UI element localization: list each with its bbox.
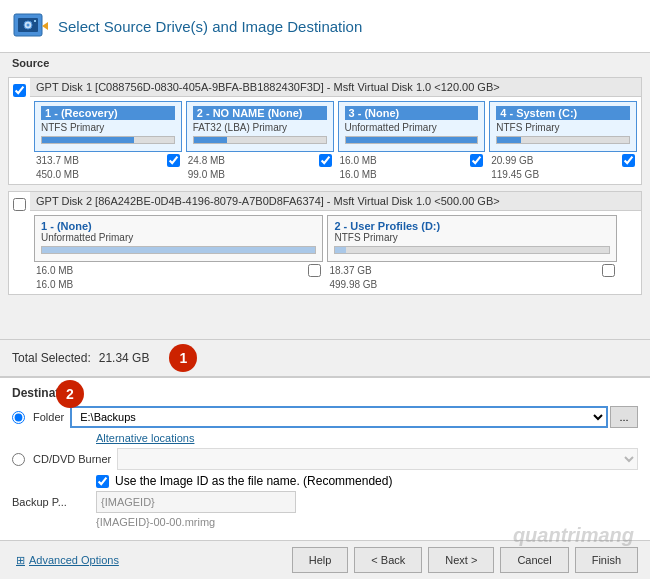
- disk1-part2-sizes: 24.8 MB: [186, 154, 334, 167]
- disk1-part2-name: 2 - NO NAME (None): [193, 106, 327, 120]
- back-button[interactable]: < Back: [354, 547, 422, 573]
- disk2-part1-sizes: 16.0 MB: [34, 264, 323, 277]
- disk1-part4-type: NTFS Primary: [496, 122, 630, 133]
- disk1-part1-sizes: 313.7 MB: [34, 154, 182, 167]
- cddvd-radio[interactable]: [12, 453, 25, 466]
- disk-image-icon: [12, 8, 48, 44]
- disk2-checkbox[interactable]: [13, 198, 26, 211]
- cancel-button[interactable]: Cancel: [500, 547, 568, 573]
- use-imageid-row: Use the Image ID as the file name. (Reco…: [96, 474, 638, 488]
- disk1-part4-sizes: 20.99 GB: [489, 154, 637, 167]
- backup-prefix-label: Backup P...: [12, 496, 90, 508]
- disk2-part1-type: Unformatted Primary: [41, 232, 316, 243]
- svg-marker-5: [42, 22, 48, 30]
- disk1-part3-sizes: 16.0 MB: [338, 154, 486, 167]
- next-button[interactable]: Next >: [428, 547, 494, 573]
- disk1-part1-total: 450.0 MB: [34, 169, 182, 180]
- disk1-part3-total: 16.0 MB: [338, 169, 486, 180]
- disk1-part2-checkbox[interactable]: [319, 154, 332, 167]
- imageid-template-label: {IMAGEID}-00-00.mrimg: [96, 516, 638, 528]
- folder-row: Folder E:\Backups ...: [12, 406, 638, 428]
- alt-locations-link[interactable]: Alternative locations: [96, 432, 638, 444]
- disk1-part2-total: 99.0 MB: [186, 169, 334, 180]
- disk1-part3-name: 3 - (None): [345, 106, 479, 120]
- disk1-partition3: 3 - (None) Unformatted Primary: [338, 101, 486, 152]
- disk1-part1-checkbox[interactable]: [167, 154, 180, 167]
- disk2-part1-checkbox[interactable]: [308, 264, 321, 277]
- browse-button[interactable]: ...: [610, 406, 638, 428]
- disk2-part2-checkbox[interactable]: [602, 264, 615, 277]
- badge-1: 1: [169, 344, 197, 372]
- cddvd-dropdown: [117, 448, 638, 470]
- header-bar: Select Source Drive(s) and Image Destina…: [0, 0, 650, 53]
- sliders-icon: ⊞: [16, 554, 25, 567]
- disk1-checkbox-col: [9, 78, 30, 106]
- disk2-group: GPT Disk 2 [86A242BE-0D4B-4196-8079-A7B0…: [8, 191, 642, 295]
- advanced-options-button[interactable]: ⊞ Advanced Options: [12, 552, 123, 569]
- bottom-right: Help < Back Next > Cancel Finish: [292, 547, 638, 573]
- disk2-part2-total: 499.98 GB: [327, 279, 616, 290]
- advanced-options-label: Advanced Options: [29, 554, 119, 566]
- bottom-bar: ⊞ Advanced Options Help < Back Next > Ca…: [0, 540, 650, 579]
- disk1-partition1: 1 - (Recovery) NTFS Primary: [34, 101, 182, 152]
- disk2-part1-progress: [41, 246, 316, 254]
- disk2-checkbox-col: [9, 192, 30, 220]
- disk1-part2-type: FAT32 (LBA) Primary: [193, 122, 327, 133]
- cddvd-label: CD/DVD Burner: [33, 453, 111, 465]
- folder-radio[interactable]: [12, 411, 25, 424]
- disk1-group: GPT Disk 1 [C088756D-0830-405A-9BFA-BB18…: [8, 77, 642, 185]
- bottom-left: ⊞ Advanced Options: [12, 552, 123, 569]
- backup-prefix-row: Backup P...: [12, 491, 638, 513]
- disk1-partition4: 4 - System (C:) NTFS Primary: [489, 101, 637, 152]
- destination-section: Destination Folder E:\Backups ... 2 Alte…: [0, 376, 650, 540]
- finish-button[interactable]: Finish: [575, 547, 638, 573]
- folder-label: Folder: [33, 411, 64, 423]
- disk1-part4-progress: [496, 136, 630, 144]
- disk2-part2-progress: [334, 246, 609, 254]
- source-scroll-area[interactable]: GPT Disk 1 [C088756D-0830-405A-9BFA-BB18…: [0, 71, 650, 339]
- disk2-partition1: 1 - (None) Unformatted Primary: [34, 215, 323, 262]
- disk1-part1-name: 1 - (Recovery): [41, 106, 175, 120]
- disk1-part3-progress: [345, 136, 479, 144]
- backup-prefix-input[interactable]: [96, 491, 296, 513]
- total-selected-bar: Total Selected: 21.34 GB 1: [0, 339, 650, 376]
- svg-point-3: [27, 24, 30, 27]
- disk1-part1-type: NTFS Primary: [41, 122, 175, 133]
- cddvd-row: CD/DVD Burner: [12, 448, 638, 470]
- disk2-partition2: 2 - User Profiles (D:) NTFS Primary: [327, 215, 616, 262]
- disk1-part4-name: 4 - System (C:): [496, 106, 630, 120]
- destination-title: Destination: [12, 386, 638, 400]
- disk1-part4-checkbox[interactable]: [622, 154, 635, 167]
- source-section-label: Source: [0, 53, 650, 71]
- disk1-part2-progress: [193, 136, 327, 144]
- disk1-checkbox[interactable]: [13, 84, 26, 97]
- disk1-part3-checkbox[interactable]: [470, 154, 483, 167]
- disk2-part2-type: NTFS Primary: [334, 232, 609, 243]
- disk2-part1-name: 1 - (None): [41, 220, 316, 232]
- disk2-part2-sizes: 18.37 GB: [327, 264, 616, 277]
- disk1-partition2: 2 - NO NAME (None) FAT32 (LBA) Primary: [186, 101, 334, 152]
- use-imageid-label: Use the Image ID as the file name. (Reco…: [115, 474, 392, 488]
- disk1-part1-progress: [41, 136, 175, 144]
- disk2-header: GPT Disk 2 [86A242BE-0D4B-4196-8079-A7B0…: [30, 192, 641, 211]
- folder-dropdown[interactable]: E:\Backups: [70, 406, 608, 428]
- help-button[interactable]: Help: [292, 547, 349, 573]
- badge-2: 2: [56, 380, 84, 408]
- total-selected-label: Total Selected:: [12, 351, 91, 365]
- total-selected-value: 21.34 GB: [99, 351, 150, 365]
- disk2-part2-name: 2 - User Profiles (D:): [334, 220, 609, 232]
- folder-dropdown-container: E:\Backups ...: [70, 406, 638, 428]
- cddvd-dropdown-container: [117, 448, 638, 470]
- page-title: Select Source Drive(s) and Image Destina…: [58, 18, 362, 35]
- main-container: Select Source Drive(s) and Image Destina…: [0, 0, 650, 579]
- disk1-part4-total: 119.45 GB: [489, 169, 637, 180]
- svg-rect-4: [34, 20, 36, 22]
- disk1-part3-type: Unformatted Primary: [345, 122, 479, 133]
- use-imageid-checkbox[interactable]: [96, 475, 109, 488]
- disk2-part1-total: 16.0 MB: [34, 279, 323, 290]
- disk1-header: GPT Disk 1 [C088756D-0830-405A-9BFA-BB18…: [30, 78, 641, 97]
